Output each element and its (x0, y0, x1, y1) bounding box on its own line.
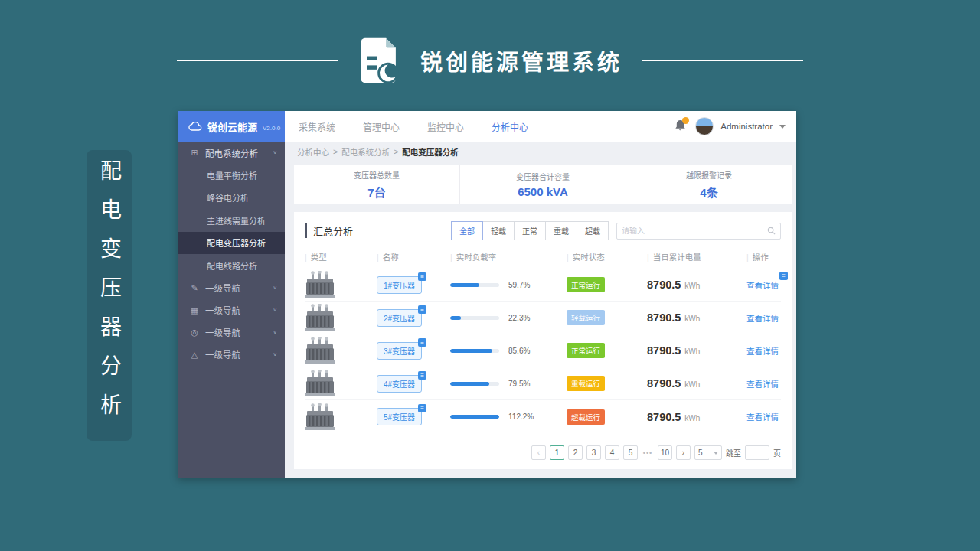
sidebar-item-nav-2[interactable]: ▦ 一级导航 ∨ (178, 299, 285, 321)
filter-normal-button[interactable]: 正常 (514, 221, 546, 240)
sidebar-subitem-label: 峰谷电分析 (207, 191, 249, 204)
sidebar-item-label: 一级导航 (205, 348, 240, 360)
transformer-name-button[interactable]: 1#变压器≡ (377, 276, 422, 294)
load-bar-fill (450, 316, 461, 320)
topnav-item-management[interactable]: 管理中心 (363, 120, 400, 133)
view-details-link[interactable]: 查看详情 (746, 378, 779, 390)
page-jump-input[interactable] (745, 445, 769, 460)
energy-unit: kWh (684, 347, 700, 356)
sidebar-subitem-peak-valley[interactable]: 峰谷电分析 (178, 187, 285, 210)
load-bar (450, 316, 499, 320)
sidebar-subitem-main-line-demand[interactable]: 主进线需量分析 (178, 209, 285, 232)
poster-title: 锐创能源管理系统 (420, 44, 622, 77)
sidebar-subitem-label: 主进线需量分析 (207, 214, 266, 227)
view-details-link[interactable]: 查看详情 (746, 411, 779, 422)
breadcrumb-separator: > (394, 147, 398, 156)
pagination-page-10[interactable]: 10 (658, 445, 672, 460)
avatar[interactable] (695, 117, 714, 135)
energy-unit: kWh (684, 282, 700, 290)
filter-heavy-button[interactable]: 重载 (545, 221, 577, 240)
transformer-name-button[interactable]: 3#变压器≡ (377, 342, 422, 360)
status-badge: 重载运行 (567, 376, 605, 391)
pagination-page-1[interactable]: 1 (550, 445, 564, 460)
pagination-page-5[interactable]: 5 (623, 445, 638, 460)
detail-badge-icon: ≡ (418, 404, 426, 412)
side-vertical-label: 配电变压器分析 (87, 150, 132, 441)
top-navbar: 采集系统 管理中心 监控中心 分析中心 Administrator (285, 111, 796, 142)
transformer-image (305, 304, 335, 331)
breadcrumb-item[interactable]: 分析中心 (297, 146, 329, 158)
pagination-page-3[interactable]: 3 (586, 445, 601, 460)
table-header-row: |类型 |名称 |实时负载率 |实时状态 |当日累计电量 |操作 (305, 251, 781, 269)
filter-overload-button[interactable]: 超载 (577, 221, 609, 240)
sidebar-subitem-power-balance[interactable]: 电量平衡分析 (178, 164, 285, 187)
view-details-link[interactable]: 查看详情≡ (746, 279, 779, 291)
app-logo-version: V2.0.0 (263, 125, 280, 132)
summary-header: 汇总分析 全部 轻载 正常 重载 超载 (305, 221, 781, 240)
load-bar (450, 283, 499, 287)
transformer-name-button[interactable]: 2#变压器≡ (377, 309, 422, 327)
username[interactable]: Administrator (720, 122, 773, 131)
sidebar-item-label: 一级导航 (205, 282, 240, 294)
sidebar-subitem-transformer-analysis[interactable]: 配电变压器分析 (178, 232, 285, 255)
jump-label: 跳至 (726, 447, 741, 458)
notification-badge (682, 117, 689, 124)
header-rule-right (642, 60, 803, 61)
load-percentage: 59.7% (508, 281, 530, 289)
search-icon (767, 227, 776, 235)
search-box (616, 223, 781, 240)
pagination-ellipsis[interactable]: ••• (642, 449, 654, 457)
edit-icon: ✎ (188, 283, 201, 293)
load-bar (450, 382, 499, 386)
pagination: ‹ 1 2 3 4 5 ••• 10 › 5 跳至 页 (531, 445, 781, 460)
transformer-name-button[interactable]: 5#变压器≡ (377, 408, 422, 425)
view-details-link[interactable]: 查看详情 (746, 345, 779, 357)
table-row: 2#变压器≡ 22.3% 轻载运行 8790.5kWh 查看详情 (305, 302, 781, 334)
sidebar-item-label: 一级导航 (205, 326, 240, 338)
search-input[interactable] (622, 227, 767, 235)
notification-bell-icon[interactable] (675, 119, 688, 134)
topnav-item-analysis[interactable]: 分析中心 (492, 120, 528, 133)
detail-badge-icon: ≡ (779, 272, 788, 280)
poster-header: 锐创能源管理系统 (0, 34, 980, 87)
side-label-text: 配电变压器分析 (87, 159, 132, 432)
energy-value: 8790.5 (647, 279, 681, 291)
transformer-name-button[interactable]: 4#变压器≡ (377, 375, 422, 393)
pagination-next-button[interactable]: › (676, 445, 691, 460)
transformer-image (305, 337, 335, 364)
pagination-page-2[interactable]: 2 (568, 445, 583, 460)
sidebar-item-nav-3[interactable]: ◎ 一级导航 ∨ (178, 321, 285, 344)
load-percentage: 112.2% (508, 412, 534, 421)
chevron-down-icon[interactable] (779, 125, 786, 129)
load-percentage: 85.6% (508, 347, 530, 355)
sidebar-item-nav-1[interactable]: ✎ 一级导航 ∨ (178, 277, 285, 299)
pagination-prev-button[interactable]: ‹ (531, 445, 546, 460)
pagination-page-4[interactable]: 4 (605, 445, 619, 460)
app-logo-bar[interactable]: 锐创云能源 V2.0.0 (178, 111, 285, 142)
column-header: |名称 (377, 251, 450, 262)
sidebar-item-distribution-analysis[interactable]: ⊞ 配电系统分析 ∨ (178, 142, 285, 164)
chevron-down-icon: ∨ (273, 307, 277, 312)
table-row: 5#变压器≡ 112.2% 超载运行 8790.5kWh 查看详情 (305, 400, 781, 433)
filter-all-button[interactable]: 全部 (451, 221, 483, 240)
page-size-select[interactable]: 5 (694, 445, 722, 460)
transformer-image (305, 370, 335, 397)
dashboard-screenshot: 锐创云能源 V2.0.0 ⊞ 配电系统分析 ∨ 电量平衡分析 峰谷电分析 主进线… (178, 111, 796, 478)
load-filter-group: 全部 轻载 正常 重载 超载 (452, 221, 609, 240)
sidebar-item-label: 配电系统分析 (205, 147, 258, 159)
energy-value: 8790.5 (647, 411, 681, 423)
sidebar-subitem-label: 配电变压器分析 (207, 236, 266, 249)
topnav-item-collection[interactable]: 采集系统 (299, 120, 335, 133)
sidebar-subitem-line-analysis[interactable]: 配电线路分析 (178, 254, 285, 277)
view-details-link[interactable]: 查看详情 (746, 312, 779, 324)
transformer-image (305, 271, 335, 298)
chevron-down-icon: ∨ (273, 285, 277, 290)
sidebar-item-nav-4[interactable]: △ 一级导航 ∨ (178, 344, 285, 366)
breadcrumb-item[interactable]: 配电系统分析 (341, 146, 390, 158)
filter-light-button[interactable]: 轻载 (482, 221, 514, 240)
load-bar (450, 349, 499, 353)
stat-value: 4条 (700, 184, 717, 200)
topnav-item-monitoring[interactable]: 监控中心 (427, 120, 464, 133)
stat-value: 6500 kVA (518, 185, 568, 198)
load-bar-fill (450, 349, 492, 353)
